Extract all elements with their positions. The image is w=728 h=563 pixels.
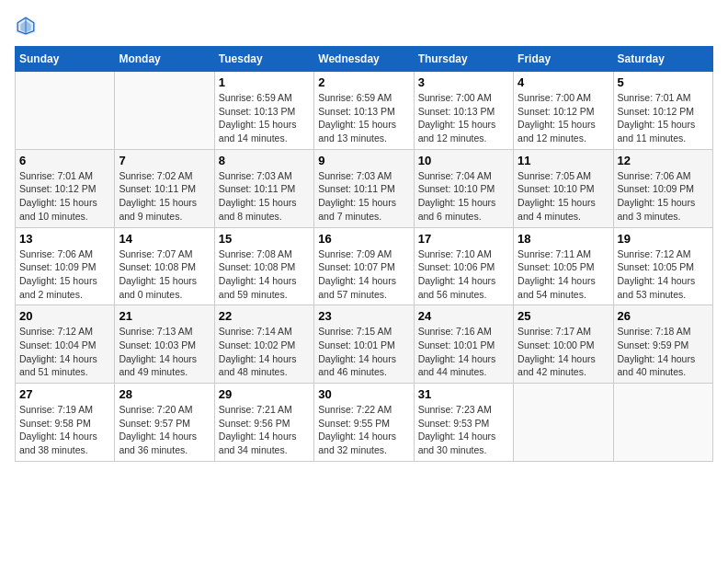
calendar-cell [613,384,712,462]
weekday-header-friday: Friday [514,47,613,72]
day-info: Sunrise: 7:11 AM Sunset: 10:05 PM Daylig… [518,247,609,302]
week-row-4: 20Sunrise: 7:12 AM Sunset: 10:04 PM Dayl… [16,305,713,384]
calendar-cell: 12Sunrise: 7:06 AM Sunset: 10:09 PM Dayl… [613,149,712,227]
calendar-cell: 20Sunrise: 7:12 AM Sunset: 10:04 PM Dayl… [16,305,115,384]
calendar-cell: 1Sunrise: 6:59 AM Sunset: 10:13 PM Dayli… [214,72,313,150]
day-number: 8 [219,154,310,167]
day-number: 14 [119,232,210,246]
weekday-header-row: SundayMondayTuesdayWednesdayThursdayFrid… [16,47,713,72]
calendar-cell: 10Sunrise: 7:04 AM Sunset: 10:10 PM Dayl… [414,149,513,227]
calendar-cell: 16Sunrise: 7:09 AM Sunset: 10:07 PM Dayl… [314,227,414,305]
day-info: Sunrise: 7:10 AM Sunset: 10:06 PM Daylig… [418,247,509,302]
day-info: Sunrise: 7:04 AM Sunset: 10:10 PM Daylig… [418,169,509,224]
day-number: 19 [618,232,709,246]
calendar-cell: 27Sunrise: 7:19 AM Sunset: 9:58 PM Dayli… [16,384,115,462]
day-info: Sunrise: 6:59 AM Sunset: 10:13 PM Daylig… [219,91,310,145]
day-info: Sunrise: 7:21 AM Sunset: 9:56 PM Dayligh… [219,403,310,457]
calendar-cell: 11Sunrise: 7:05 AM Sunset: 10:10 PM Dayl… [514,149,613,227]
calendar-cell: 9Sunrise: 7:03 AM Sunset: 10:11 PM Dayli… [314,149,414,227]
weekday-header-saturday: Saturday [613,47,712,72]
calendar-table: SundayMondayTuesdayWednesdayThursdayFrid… [15,46,713,462]
calendar-cell: 15Sunrise: 7:08 AM Sunset: 10:08 PM Dayl… [214,227,313,305]
calendar-cell: 7Sunrise: 7:02 AM Sunset: 10:11 PM Dayli… [115,149,214,227]
day-number: 18 [518,232,609,246]
calendar-cell: 14Sunrise: 7:07 AM Sunset: 10:08 PM Dayl… [115,227,214,305]
day-info: Sunrise: 7:12 AM Sunset: 10:05 PM Daylig… [618,247,709,302]
calendar-cell: 17Sunrise: 7:10 AM Sunset: 10:06 PM Dayl… [414,227,513,305]
day-number: 21 [119,309,210,323]
day-number: 13 [19,232,110,246]
day-info: Sunrise: 7:05 AM Sunset: 10:10 PM Daylig… [518,169,609,224]
weekday-header-thursday: Thursday [414,47,513,72]
logo-icon [15,15,37,37]
day-info: Sunrise: 7:22 AM Sunset: 9:55 PM Dayligh… [318,403,409,457]
day-number: 4 [518,75,609,89]
day-number: 11 [518,154,609,167]
calendar-cell: 24Sunrise: 7:16 AM Sunset: 10:01 PM Dayl… [414,305,513,384]
day-info: Sunrise: 7:19 AM Sunset: 9:58 PM Dayligh… [19,403,110,457]
week-row-1: 1Sunrise: 6:59 AM Sunset: 10:13 PM Dayli… [16,72,713,150]
calendar-cell: 13Sunrise: 7:06 AM Sunset: 10:09 PM Dayl… [16,227,115,305]
day-number: 15 [219,232,310,246]
calendar-cell: 5Sunrise: 7:01 AM Sunset: 10:12 PM Dayli… [613,72,712,150]
day-info: Sunrise: 7:07 AM Sunset: 10:08 PM Daylig… [119,247,210,302]
calendar-cell: 6Sunrise: 7:01 AM Sunset: 10:12 PM Dayli… [16,149,115,227]
week-row-3: 13Sunrise: 7:06 AM Sunset: 10:09 PM Dayl… [16,227,713,305]
calendar-cell: 28Sunrise: 7:20 AM Sunset: 9:57 PM Dayli… [115,384,214,462]
calendar-cell: 3Sunrise: 7:00 AM Sunset: 10:13 PM Dayli… [414,72,513,150]
day-number: 30 [318,387,409,401]
day-info: Sunrise: 6:59 AM Sunset: 10:13 PM Daylig… [318,91,409,145]
calendar-cell [16,72,115,150]
day-number: 28 [119,387,210,401]
week-row-2: 6Sunrise: 7:01 AM Sunset: 10:12 PM Dayli… [16,149,713,227]
logo [15,15,40,37]
day-number: 24 [418,309,509,323]
day-info: Sunrise: 7:15 AM Sunset: 10:01 PM Daylig… [318,325,409,379]
day-number: 6 [19,154,110,167]
calendar-cell: 29Sunrise: 7:21 AM Sunset: 9:56 PM Dayli… [214,384,313,462]
day-number: 7 [119,154,210,167]
calendar-cell [514,384,613,462]
day-number: 27 [19,387,110,401]
calendar-cell: 31Sunrise: 7:23 AM Sunset: 9:53 PM Dayli… [414,384,513,462]
day-info: Sunrise: 7:06 AM Sunset: 10:09 PM Daylig… [618,169,709,224]
day-info: Sunrise: 7:23 AM Sunset: 9:53 PM Dayligh… [418,403,509,457]
day-info: Sunrise: 7:03 AM Sunset: 10:11 PM Daylig… [318,169,409,224]
calendar-cell: 30Sunrise: 7:22 AM Sunset: 9:55 PM Dayli… [314,384,414,462]
week-row-5: 27Sunrise: 7:19 AM Sunset: 9:58 PM Dayli… [16,384,713,462]
calendar-cell: 26Sunrise: 7:18 AM Sunset: 9:59 PM Dayli… [613,305,712,384]
day-number: 23 [318,309,409,323]
day-info: Sunrise: 7:00 AM Sunset: 10:13 PM Daylig… [418,91,509,145]
calendar-cell: 23Sunrise: 7:15 AM Sunset: 10:01 PM Dayl… [314,305,414,384]
day-number: 29 [219,387,310,401]
day-number: 20 [19,309,110,323]
day-number: 12 [618,154,709,167]
day-number: 17 [418,232,509,246]
calendar-cell: 25Sunrise: 7:17 AM Sunset: 10:00 PM Dayl… [514,305,613,384]
day-number: 5 [618,75,709,89]
day-info: Sunrise: 7:01 AM Sunset: 10:12 PM Daylig… [19,169,110,224]
calendar-cell: 2Sunrise: 6:59 AM Sunset: 10:13 PM Dayli… [314,72,414,150]
day-info: Sunrise: 7:12 AM Sunset: 10:04 PM Daylig… [19,325,110,379]
day-info: Sunrise: 7:14 AM Sunset: 10:02 PM Daylig… [219,325,310,379]
day-number: 1 [219,75,310,89]
day-info: Sunrise: 7:20 AM Sunset: 9:57 PM Dayligh… [119,403,210,457]
calendar-cell: 4Sunrise: 7:00 AM Sunset: 10:12 PM Dayli… [514,72,613,150]
calendar-cell: 8Sunrise: 7:03 AM Sunset: 10:11 PM Dayli… [214,149,313,227]
day-info: Sunrise: 7:00 AM Sunset: 10:12 PM Daylig… [518,91,609,145]
day-info: Sunrise: 7:16 AM Sunset: 10:01 PM Daylig… [418,325,509,379]
day-number: 26 [618,309,709,323]
day-number: 10 [418,154,509,167]
calendar-cell: 22Sunrise: 7:14 AM Sunset: 10:02 PM Dayl… [214,305,313,384]
weekday-header-sunday: Sunday [16,47,115,72]
day-info: Sunrise: 7:18 AM Sunset: 9:59 PM Dayligh… [618,325,709,379]
day-info: Sunrise: 7:06 AM Sunset: 10:09 PM Daylig… [19,247,110,302]
day-info: Sunrise: 7:08 AM Sunset: 10:08 PM Daylig… [219,247,310,302]
page-header [15,15,713,37]
day-info: Sunrise: 7:09 AM Sunset: 10:07 PM Daylig… [318,247,409,302]
calendar-cell: 21Sunrise: 7:13 AM Sunset: 10:03 PM Dayl… [115,305,214,384]
weekday-header-wednesday: Wednesday [314,47,414,72]
calendar-cell: 18Sunrise: 7:11 AM Sunset: 10:05 PM Dayl… [514,227,613,305]
day-info: Sunrise: 7:13 AM Sunset: 10:03 PM Daylig… [119,325,210,379]
day-info: Sunrise: 7:03 AM Sunset: 10:11 PM Daylig… [219,169,310,224]
